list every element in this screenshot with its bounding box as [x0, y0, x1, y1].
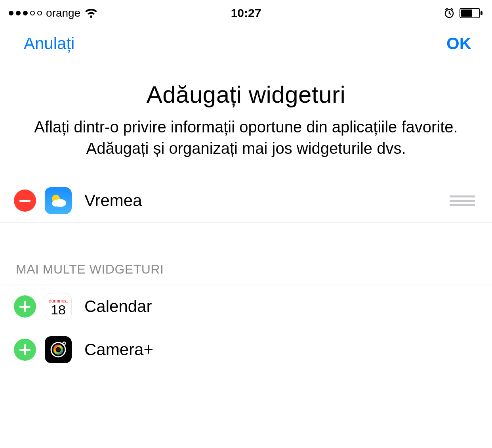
calendar-app-icon: duminică 18 [45, 293, 72, 320]
widget-label: Vremea [84, 191, 450, 210]
active-widgets-list: Vremea [0, 179, 492, 222]
alarm-icon [444, 8, 455, 19]
status-right [444, 8, 483, 19]
battery-icon [460, 8, 483, 18]
carrier-label: orange [46, 7, 80, 19]
cancel-button[interactable]: Anulați [24, 34, 74, 53]
page-header: Adăugați widgeturi Aflați dintr-o privir… [0, 65, 492, 179]
svg-point-6 [52, 200, 60, 207]
drag-handle-icon[interactable] [450, 195, 475, 206]
widget-label: Calendar [84, 297, 478, 316]
add-button[interactable] [14, 295, 36, 318]
minus-icon [19, 200, 31, 202]
status-left: orange [9, 7, 98, 19]
ok-button[interactable]: OK [446, 34, 471, 53]
page-subtitle: Aflați dintr-o privire informații oportu… [28, 116, 464, 159]
more-widgets-section-header: MAI MULTE WIDGETURI [0, 222, 492, 285]
status-time: 10:27 [231, 6, 261, 20]
page-title: Adăugați widgeturi [28, 81, 464, 108]
camera-plus-app-icon [45, 336, 72, 363]
nav-bar: Anulați OK [0, 22, 492, 65]
svg-rect-3 [481, 11, 482, 15]
widget-row-camera-plus[interactable]: Camera+ [0, 328, 492, 371]
wifi-icon [84, 8, 98, 18]
more-widgets-list: duminică 18 Calendar [0, 285, 492, 371]
weather-app-icon [45, 187, 72, 214]
widget-label: Camera+ [84, 340, 478, 359]
svg-point-10 [57, 348, 60, 351]
svg-rect-2 [461, 10, 472, 17]
add-button[interactable] [14, 339, 36, 361]
widget-row-calendar[interactable]: duminică 18 Calendar [0, 285, 492, 328]
status-bar: orange 10:27 [0, 0, 492, 22]
signal-strength-icon [9, 11, 42, 15]
widget-row-vremea[interactable]: Vremea [0, 179, 492, 222]
remove-button[interactable] [14, 190, 36, 212]
